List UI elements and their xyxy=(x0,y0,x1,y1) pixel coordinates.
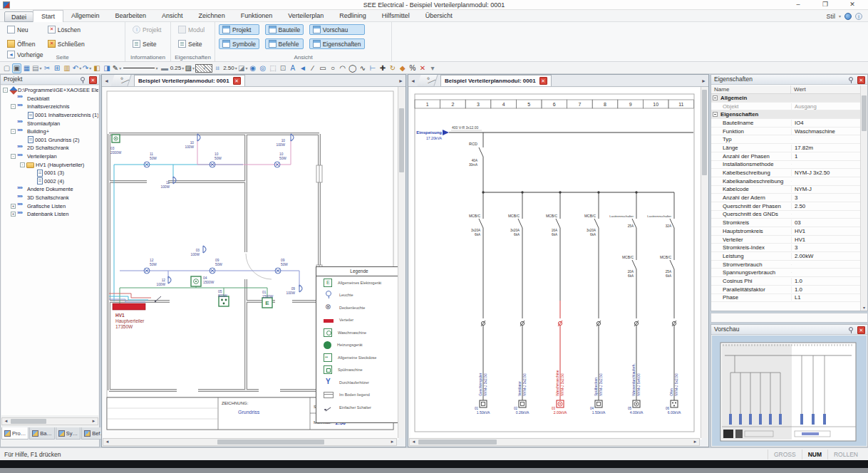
property-row[interactable]: Hauptstromkreis HV1 xyxy=(711,227,860,236)
zoom-fit-icon[interactable]: ⊡ xyxy=(278,63,287,73)
property-row[interactable]: Bauteilname IO4 xyxy=(711,119,860,128)
panel-tab[interactable]: Ba… xyxy=(29,427,55,440)
tree-expander[interactable]: - xyxy=(11,104,16,109)
tab-scroll-right-icon[interactable]: ► xyxy=(396,78,405,83)
loeschen-button[interactable]: Löschen xyxy=(44,24,88,35)
tree-expander[interactable]: - xyxy=(20,162,25,167)
close-document-icon[interactable]: ✕ xyxy=(539,77,547,85)
file-tab[interactable]: Datei xyxy=(4,11,33,22)
tree-item[interactable]: Andere Dokumente xyxy=(1,185,98,194)
eigenschaften-modul-button[interactable]: Modul xyxy=(175,24,208,35)
page-prev-icon[interactable]: ◧ xyxy=(92,63,101,73)
tree-expander[interactable]: - xyxy=(11,129,16,134)
snap-icon[interactable]: ◆ xyxy=(398,63,407,73)
tree-item[interactable]: 0001 (3) xyxy=(1,169,98,177)
tree-item[interactable]: 0002 (4) xyxy=(1,177,98,186)
undo-icon[interactable]: ↶ xyxy=(72,63,81,73)
key-tab[interactable]: ⚬╱ xyxy=(110,75,131,86)
ribbon-tab[interactable]: Verteilerplan xyxy=(280,10,331,22)
draw-curve-icon[interactable]: ∿ xyxy=(358,63,367,73)
floorplan-vscrollbar[interactable] xyxy=(398,87,405,438)
style-dropdown-arrow[interactable]: ▾ xyxy=(839,14,841,19)
draw-arrow-icon[interactable]: ◄ xyxy=(298,63,307,73)
property-row[interactable]: Phase L1 xyxy=(711,294,860,303)
grid-icon[interactable]: ⌗ xyxy=(213,63,222,73)
draw-circle-icon[interactable]: ◯ xyxy=(348,63,357,73)
tree-item[interactable]: + Datenbank Listen xyxy=(1,210,98,219)
tree-expander[interactable]: - xyxy=(11,154,16,159)
info-seite-button[interactable]: Seite xyxy=(129,38,165,49)
close-panel-icon[interactable]: ✕ xyxy=(857,326,865,334)
schematic-canvas[interactable]: Einspeisung 17.20kVA 400 V-R 3x12.00 RCD… xyxy=(409,87,702,440)
draw-line-icon[interactable]: ∕ xyxy=(308,63,317,73)
draw-ellipse-icon[interactable]: ○ xyxy=(328,63,337,73)
tree-item[interactable]: - Verteilerplan xyxy=(1,152,98,161)
eraser-icon[interactable]: ◪ xyxy=(238,63,247,73)
pin-icon[interactable] xyxy=(847,326,854,333)
pin-icon[interactable] xyxy=(847,76,854,83)
property-row[interactable]: Installationsmethode xyxy=(711,161,860,170)
neu-button[interactable]: Neu xyxy=(4,24,38,35)
pen-style-icon[interactable]: ✎ xyxy=(112,63,121,73)
tree-item[interactable]: 0001 Grundriss (2) xyxy=(1,136,98,145)
ribbon-tab[interactable]: Übersicht xyxy=(418,10,460,22)
grid-value[interactable]: 2.50 xyxy=(223,63,237,73)
print-icon[interactable]: ▤ xyxy=(32,63,41,73)
tree-item[interactable]: - Building+ xyxy=(1,128,98,136)
property-row[interactable]: Typ xyxy=(711,135,860,144)
ansicht-projekt-toggle[interactable]: Projekt xyxy=(219,24,259,35)
hatch-style-icon[interactable] xyxy=(195,64,212,73)
line-weight-value[interactable]: 0.25 xyxy=(170,63,184,73)
panel-tab[interactable]: Pro… xyxy=(1,427,29,440)
property-row[interactable]: Funktion Waschmaschine xyxy=(711,128,860,136)
tab-scroll-left-icon[interactable]: ◄ xyxy=(408,78,418,83)
paste-icon[interactable]: ▥ xyxy=(62,63,71,73)
language-globe-icon[interactable] xyxy=(844,13,852,20)
ribbon-tab[interactable]: Allgemein xyxy=(63,10,108,22)
draw-rect-icon[interactable]: ▭ xyxy=(318,63,327,73)
tree-expander[interactable]: - xyxy=(3,88,8,93)
floorplan-hscrollbar[interactable]: ◄► xyxy=(103,438,397,446)
line-weight-icon[interactable]: ▬ xyxy=(160,63,169,73)
save-icon[interactable]: ▦ xyxy=(22,63,31,73)
new-icon[interactable]: ▢ xyxy=(2,63,11,73)
style-dropdown[interactable]: Stil xyxy=(826,13,835,20)
property-row[interactable]: Querschnitt der Phasen 2.50 xyxy=(711,202,860,211)
more-tools-dropdown[interactable]: ▾ xyxy=(428,63,437,73)
info-projekt-button[interactable]: Projekt xyxy=(129,24,165,35)
ribbon-tab[interactable]: Bearbeiten xyxy=(108,10,155,22)
property-row[interactable]: Eigenschaften xyxy=(711,110,860,119)
zoom-window-icon[interactable]: ⬚ xyxy=(268,63,277,73)
project-hscrollbar[interactable]: ◄► xyxy=(1,417,98,425)
schematic-vscrollbar[interactable] xyxy=(701,87,708,438)
page-next-icon[interactable]: ◨ xyxy=(102,63,111,73)
key-tab[interactable]: ⚬╱ xyxy=(417,75,438,86)
tree-item[interactable]: - D:\Programme\IGE+XAO\SEE Electri xyxy=(1,86,98,95)
ribbon-tab[interactable]: Start xyxy=(33,10,63,22)
floorplan-canvas[interactable]: E HV1 Hauptverteiler 17350W 032000W 1150… xyxy=(103,87,399,440)
property-row[interactable]: Kabelbeschreibung NYM-J 3x2.50 xyxy=(711,169,860,177)
close-panel-icon[interactable]: ✕ xyxy=(89,76,97,84)
ansicht-befehle-toggle[interactable]: Befehle xyxy=(265,38,304,49)
minimize-button[interactable]: – xyxy=(788,0,808,9)
redo-icon[interactable]: ↷ xyxy=(82,63,91,73)
property-row[interactable]: Stromkreis 03 xyxy=(711,219,860,227)
schematic-hscrollbar[interactable]: ◄► xyxy=(409,438,700,446)
tree-item[interactable]: - Inhaltsverzeichnis xyxy=(1,103,98,111)
property-row[interactable]: Anzahl der Phasen 1 xyxy=(711,152,860,161)
close-document-icon[interactable]: ✕ xyxy=(233,77,241,85)
preview-content[interactable] xyxy=(712,336,867,446)
tree-item[interactable]: Stromlaufplan xyxy=(1,119,98,128)
tree-item[interactable]: + Grafische Listen xyxy=(1,202,98,210)
help-info-icon[interactable]: i xyxy=(855,13,862,20)
property-row[interactable]: Parallelitätsfaktor 1.0 xyxy=(711,286,860,294)
tree-item[interactable]: Deckblatt xyxy=(1,95,98,103)
ribbon-tab[interactable]: Redlining xyxy=(331,10,374,22)
draw-arc-icon[interactable]: ◠ xyxy=(338,63,347,73)
property-row[interactable]: Allgemein xyxy=(711,94,860,103)
tree-item[interactable]: 2D Schaltschrank xyxy=(1,144,98,152)
group-collapse-icon[interactable] xyxy=(713,95,718,100)
ribbon-tab[interactable]: Zeichnen xyxy=(191,10,233,22)
copy-icon[interactable]: ⊞ xyxy=(52,63,61,73)
tree-item[interactable]: 3D Schaltschrank xyxy=(1,194,98,202)
